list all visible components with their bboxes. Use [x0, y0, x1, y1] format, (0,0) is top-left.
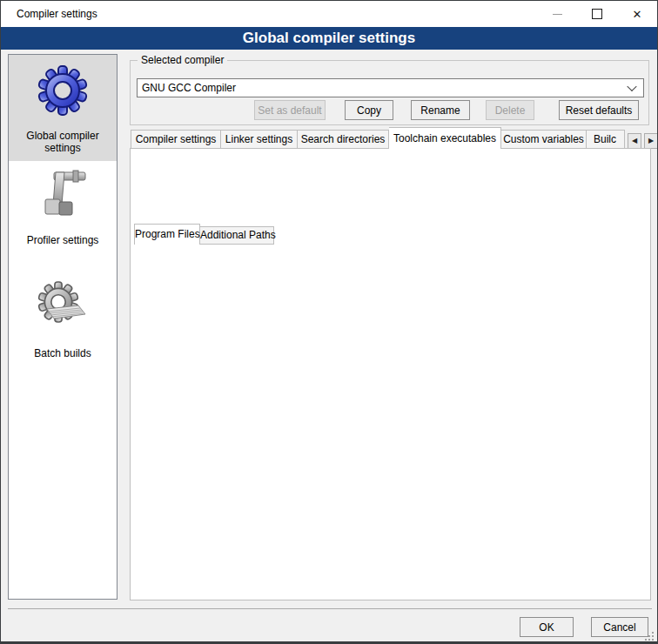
minimize-icon	[553, 14, 562, 15]
sidebar-item-label: Profiler settings	[9, 234, 117, 246]
subtab-additional-paths[interactable]: Additional Paths	[200, 226, 274, 245]
compiler-select-value: GNU GCC Compiler	[142, 82, 236, 94]
selected-compiler-group: Selected compiler GNU GCC Compiler Set a…	[130, 60, 649, 125]
subtab-program-files[interactable]: Program Files	[134, 224, 200, 245]
ok-button[interactable]: OK	[520, 617, 574, 637]
tab-custom-variables[interactable]: Custom variables	[501, 130, 587, 149]
compiler-select[interactable]: GNU GCC Compiler	[137, 78, 644, 97]
page-title: Global compiler settings	[1, 27, 657, 50]
tab-toolchain-executables[interactable]: Toolchain executables	[389, 127, 501, 149]
window-title: Compiler settings	[17, 8, 97, 20]
tab-scroll-right-button[interactable]: ▶	[644, 133, 658, 149]
tab-compiler-settings[interactable]: Compiler settings	[131, 130, 221, 149]
sidebar-item-label: Global compiler settings	[9, 130, 117, 154]
sidebar-item-profiler-settings[interactable]: Profiler settings	[9, 161, 117, 258]
sidebar-item-batch-builds[interactable]: Batch builds	[9, 258, 117, 366]
group-legend: Selected compiler	[138, 54, 227, 66]
settings-category-list: Global compiler settings Profiler	[8, 54, 118, 600]
maximize-button[interactable]	[577, 1, 617, 27]
cancel-button[interactable]: Cancel	[591, 617, 648, 637]
arrow-right-icon: ▶	[648, 138, 654, 144]
toolchain-executables-panel	[130, 148, 651, 600]
sidebar-item-label: Batch builds	[9, 347, 117, 359]
close-button[interactable]: ✕	[617, 1, 657, 27]
maximize-icon	[592, 9, 602, 19]
titlebar[interactable]: Compiler settings ✕	[1, 1, 657, 27]
chevron-down-icon	[627, 82, 636, 91]
copy-button[interactable]: Copy	[345, 100, 393, 120]
resize-grip[interactable]	[645, 632, 654, 641]
set-as-default-button[interactable]: Set as default	[254, 100, 326, 120]
tab-linker-settings[interactable]: Linker settings	[221, 130, 298, 149]
tab-search-directories[interactable]: Search directories	[298, 130, 389, 149]
footer-separator	[8, 608, 652, 609]
reset-defaults-button[interactable]: Reset defaults	[559, 100, 639, 120]
caliper-icon	[9, 166, 117, 222]
compiler-settings-window: Compiler settings ✕ Global compiler sett…	[0, 0, 658, 644]
gray-gear-stack-icon	[9, 279, 117, 335]
settings-tabbar: Compiler settings Linker settings Search…	[131, 129, 658, 149]
rename-button[interactable]: Rename	[411, 100, 470, 120]
blue-gear-icon	[9, 62, 117, 117]
delete-button[interactable]: Delete	[486, 100, 534, 120]
tab-scroll-left-button[interactable]: ◀	[628, 133, 641, 149]
close-icon: ✕	[633, 9, 642, 20]
arrow-left-icon: ◀	[632, 138, 637, 144]
sidebar-item-global-compiler-settings[interactable]: Global compiler settings	[9, 55, 117, 161]
tab-build-options-truncated[interactable]: Builc	[587, 130, 625, 149]
programs-subtabbar: Program Files Additional Paths	[134, 225, 274, 245]
minimize-button[interactable]	[537, 1, 577, 27]
